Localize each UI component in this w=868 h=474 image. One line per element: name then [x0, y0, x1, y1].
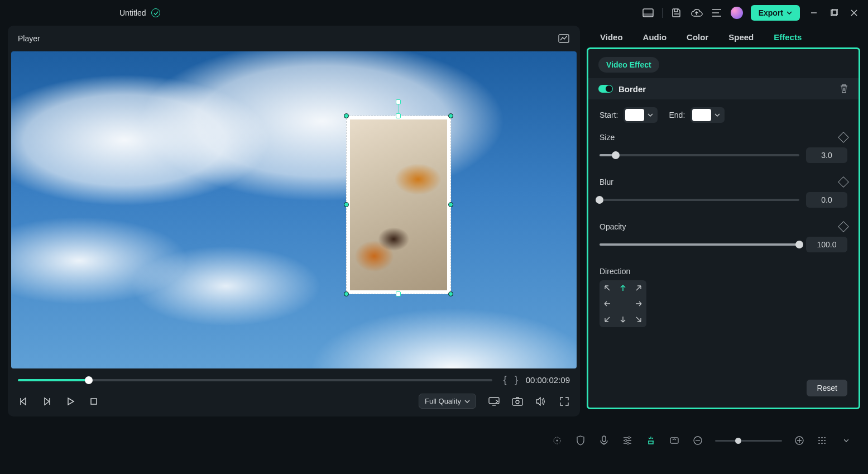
monitor-icon[interactable]: [488, 396, 500, 407]
title-bar: Untitled Export: [0, 0, 868, 26]
svg-rect-1: [643, 13, 653, 17]
resize-handle[interactable]: [396, 291, 401, 296]
player-viewport[interactable]: [11, 51, 577, 368]
direction-se-button[interactable]: [631, 312, 646, 327]
quality-label: Full Quality: [425, 397, 461, 405]
zoom-slider[interactable]: [715, 440, 782, 442]
saved-check-icon: [151, 8, 160, 17]
direction-e-button[interactable]: [631, 296, 646, 312]
direction-nw-button[interactable]: [600, 280, 615, 296]
shield-icon[interactable]: [574, 434, 587, 447]
video-effect-chip[interactable]: Video Effect: [598, 57, 659, 73]
overlay-clip-selection[interactable]: [346, 116, 451, 294]
opacity-value[interactable]: 100.0: [806, 237, 847, 252]
blur-label: Blur: [600, 178, 613, 186]
scrubber-thumb[interactable]: [85, 376, 93, 384]
direction-w-button[interactable]: [600, 296, 615, 312]
tab-audio[interactable]: Audio: [643, 32, 667, 42]
direction-s-button[interactable]: [615, 312, 631, 327]
prev-frame-button[interactable]: [18, 396, 29, 407]
chevron-down-icon: [464, 400, 470, 403]
layout-icon[interactable]: [642, 7, 654, 19]
resize-handle[interactable]: [344, 291, 349, 296]
resize-handle[interactable]: [344, 202, 349, 207]
resize-handle[interactable]: [448, 113, 453, 118]
chart-icon[interactable]: [558, 32, 570, 45]
timeline-menu-icon[interactable]: [840, 434, 852, 447]
svg-point-8: [516, 400, 519, 404]
user-avatar[interactable]: [731, 7, 743, 19]
slider-thumb[interactable]: [596, 196, 603, 204]
chevron-down-icon: [648, 113, 653, 117]
zoom-thumb[interactable]: [735, 438, 741, 444]
opacity-keyframe-button[interactable]: [838, 221, 849, 232]
next-frame-button[interactable]: [41, 396, 52, 407]
reset-button[interactable]: Reset: [807, 380, 847, 396]
direction-n-button[interactable]: [615, 280, 631, 296]
svg-point-13: [625, 439, 627, 442]
resize-handle[interactable]: [396, 113, 401, 118]
slider-thumb[interactable]: [612, 151, 620, 159]
tab-color[interactable]: Color: [687, 32, 708, 42]
window-minimize-button[interactable]: [808, 7, 820, 19]
start-color-picker[interactable]: [624, 107, 658, 123]
menu-icon[interactable]: [711, 7, 723, 19]
slider-thumb[interactable]: [795, 241, 803, 248]
chevron-down-icon: [714, 113, 720, 117]
delete-effect-button[interactable]: [840, 84, 848, 94]
volume-icon[interactable]: [535, 396, 546, 407]
stop-button[interactable]: [88, 396, 99, 407]
direction-ne-button[interactable]: [631, 280, 646, 296]
svg-rect-7: [512, 399, 522, 405]
tab-speed[interactable]: Speed: [728, 32, 754, 42]
zoom-out-button[interactable]: [692, 434, 704, 447]
adjust-icon[interactable]: [621, 434, 634, 447]
fullscreen-icon[interactable]: [559, 396, 570, 407]
overlay-clip-image: [350, 119, 447, 290]
window-close-button[interactable]: [848, 7, 860, 19]
player-label: Player: [18, 34, 40, 43]
blur-keyframe-button[interactable]: [838, 176, 849, 188]
svg-rect-11: [602, 436, 606, 442]
blur-slider[interactable]: [600, 199, 799, 201]
direction-center-button[interactable]: [615, 296, 631, 312]
cloud-icon[interactable]: [690, 7, 703, 19]
crop-icon[interactable]: [668, 434, 680, 447]
rotate-handle[interactable]: [396, 99, 401, 104]
enhance-icon[interactable]: [551, 434, 563, 447]
marker-icon[interactable]: [645, 434, 657, 447]
resize-handle[interactable]: [344, 113, 349, 118]
end-color-picker[interactable]: [690, 107, 725, 123]
opacity-label: Opacity: [600, 222, 626, 231]
timeline-view-icon[interactable]: [817, 434, 829, 447]
blur-value[interactable]: 0.0: [806, 192, 847, 208]
tab-effects[interactable]: Effects: [774, 32, 802, 42]
svg-point-14: [627, 442, 629, 444]
opacity-slider[interactable]: [600, 243, 799, 246]
project-title[interactable]: Untitled: [119, 8, 146, 17]
window-maximize-button[interactable]: [828, 7, 840, 19]
size-keyframe-button[interactable]: [838, 132, 849, 143]
zoom-in-button[interactable]: [793, 434, 805, 447]
size-value[interactable]: 3.0: [806, 147, 847, 163]
playhead-scrubber[interactable]: [18, 379, 492, 381]
video-background: [11, 51, 577, 368]
border-label: Border: [618, 84, 646, 94]
export-button[interactable]: Export: [751, 5, 800, 21]
direction-sw-button[interactable]: [600, 312, 615, 327]
border-toggle[interactable]: [598, 85, 613, 93]
tab-video[interactable]: Video: [600, 32, 623, 42]
quality-selector[interactable]: Full Quality: [419, 394, 476, 409]
mic-icon[interactable]: [598, 434, 610, 447]
direction-label: Direction: [600, 267, 847, 276]
mark-in-button[interactable]: {: [503, 374, 507, 386]
border-section-header: Border: [588, 78, 859, 99]
size-slider[interactable]: [600, 154, 799, 156]
mark-out-button[interactable]: }: [515, 374, 518, 386]
save-icon[interactable]: [670, 7, 683, 19]
resize-handle[interactable]: [448, 202, 453, 207]
resize-handle[interactable]: [448, 291, 453, 296]
play-button[interactable]: [65, 396, 76, 407]
snapshot-icon[interactable]: [512, 396, 523, 407]
inspector-tabs: Video Audio Color Speed Effects: [587, 26, 860, 47]
